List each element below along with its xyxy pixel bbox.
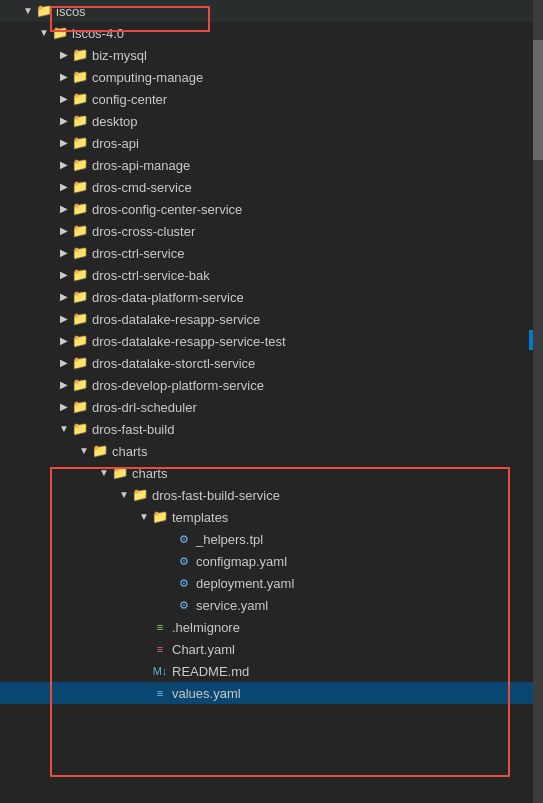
chevron-right-icon[interactable]	[56, 311, 72, 327]
folder-icon: 📁	[72, 311, 88, 327]
folder-icon: 📁	[72, 47, 88, 63]
folder-icon: 📁	[72, 91, 88, 107]
folder-special-icon: 📁	[92, 443, 108, 459]
item-label-configmap.yaml: configmap.yaml	[196, 554, 287, 569]
tree-item-dros-cross-cluster[interactable]: 📁dros-cross-cluster	[0, 220, 543, 242]
chevron-down-icon[interactable]	[136, 509, 152, 525]
item-label-service.yaml: service.yaml	[196, 598, 268, 613]
tree-item-charts-parent[interactable]: 📁charts	[0, 440, 543, 462]
chevron-right-icon[interactable]	[56, 333, 72, 349]
item-label-README.md: README.md	[172, 664, 249, 679]
item-label-templates: templates	[172, 510, 228, 525]
helmignore-icon: ≡	[152, 619, 168, 635]
folder-icon: 📁	[52, 25, 68, 41]
tree-item-dros-api[interactable]: 📁dros-api	[0, 132, 543, 154]
tree-item-README.md[interactable]: M↓README.md	[0, 660, 543, 682]
tree-item-iscos-4.0[interactable]: 📁iscos-4.0	[0, 22, 543, 44]
tree-item-configmap.yaml[interactable]: ⚙configmap.yaml	[0, 550, 543, 572]
chevron-right-icon[interactable]	[56, 179, 72, 195]
chevron-right-icon[interactable]	[56, 91, 72, 107]
chevron-right-icon[interactable]	[56, 113, 72, 129]
tree-item-service.yaml[interactable]: ⚙service.yaml	[0, 594, 543, 616]
item-label-config-center: config-center	[92, 92, 167, 107]
item-label-dros-fast-build: dros-fast-build	[92, 422, 174, 437]
chevron-right-icon[interactable]	[56, 223, 72, 239]
tree-item-computing-manage[interactable]: 📁computing-manage	[0, 66, 543, 88]
folder-icon: 📁	[72, 113, 88, 129]
tree-item-_helpers.tpl[interactable]: ⚙_helpers.tpl	[0, 528, 543, 550]
tree-item-dros-api-manage[interactable]: 📁dros-api-manage	[0, 154, 543, 176]
item-label-iscos: iscos	[56, 4, 86, 19]
tree-item-templates[interactable]: 📁templates	[0, 506, 543, 528]
item-label-charts-child: charts	[132, 466, 167, 481]
chevron-none	[136, 641, 152, 657]
gear-icon: ⚙	[176, 531, 192, 547]
tree-item-desktop[interactable]: 📁desktop	[0, 110, 543, 132]
chevron-right-icon[interactable]	[56, 399, 72, 415]
folder-icon: 📁	[72, 201, 88, 217]
folder-icon: 📁	[72, 377, 88, 393]
chevron-down-icon[interactable]	[56, 421, 72, 437]
chevron-down-icon[interactable]	[36, 25, 52, 41]
tree-item-dros-ctrl-service-bak[interactable]: 📁dros-ctrl-service-bak	[0, 264, 543, 286]
folder-icon: 📁	[72, 135, 88, 151]
tree-item-dros-data-platform-service[interactable]: 📁dros-data-platform-service	[0, 286, 543, 308]
tree-item-dros-datalake-resapp-service-test[interactable]: 📁dros-datalake-resapp-service-test	[0, 330, 543, 352]
chevron-down-icon[interactable]	[76, 443, 92, 459]
tree-item-config-center[interactable]: 📁config-center	[0, 88, 543, 110]
chevron-none	[160, 531, 176, 547]
folder-special-icon: 📁	[132, 487, 148, 503]
chevron-right-icon[interactable]	[56, 377, 72, 393]
tree-item-dros-cmd-service[interactable]: 📁dros-cmd-service	[0, 176, 543, 198]
item-label-dros-config-center-service: dros-config-center-service	[92, 202, 242, 217]
tree-item-Chart.yaml[interactable]: ≡Chart.yaml	[0, 638, 543, 660]
tree-item-values.yaml[interactable]: ≡values.yaml	[0, 682, 543, 704]
chevron-right-icon[interactable]	[56, 47, 72, 63]
tree-item-.helmignore[interactable]: ≡.helmignore	[0, 616, 543, 638]
chevron-right-icon[interactable]	[56, 289, 72, 305]
chevron-right-icon[interactable]	[56, 157, 72, 173]
tree-item-dros-datalake-storctl-service[interactable]: 📁dros-datalake-storctl-service	[0, 352, 543, 374]
item-label-dros-api: dros-api	[92, 136, 139, 151]
gear-icon: ⚙	[176, 575, 192, 591]
tree-item-dros-config-center-service[interactable]: 📁dros-config-center-service	[0, 198, 543, 220]
folder-icon: 📁	[72, 69, 88, 85]
chevron-right-icon[interactable]	[56, 135, 72, 151]
item-label-dros-data-platform-service: dros-data-platform-service	[92, 290, 244, 305]
chartyaml-icon: ≡	[152, 641, 168, 657]
scrollbar-thumb[interactable]	[533, 40, 543, 160]
chevron-right-icon[interactable]	[56, 69, 72, 85]
item-label-charts-parent: charts	[112, 444, 147, 459]
folder-icon: 📁	[72, 421, 88, 437]
item-label-.helmignore: .helmignore	[172, 620, 240, 635]
tree-item-deployment.yaml[interactable]: ⚙deployment.yaml	[0, 572, 543, 594]
chevron-right-icon[interactable]	[56, 355, 72, 371]
item-label-dros-ctrl-service-bak: dros-ctrl-service-bak	[92, 268, 210, 283]
item-label-dros-cmd-service: dros-cmd-service	[92, 180, 192, 195]
chevron-down-icon[interactable]	[20, 3, 36, 19]
chevron-down-icon[interactable]	[116, 487, 132, 503]
item-label-_helpers.tpl: _helpers.tpl	[196, 532, 263, 547]
chevron-down-icon[interactable]	[96, 465, 112, 481]
tree-item-iscos[interactable]: 📁iscos	[0, 0, 543, 22]
chevron-right-icon[interactable]	[56, 201, 72, 217]
scrollbar[interactable]	[533, 0, 543, 803]
tree-item-dros-develop-platform-service[interactable]: 📁dros-develop-platform-service	[0, 374, 543, 396]
tree-item-dros-fast-build[interactable]: 📁dros-fast-build	[0, 418, 543, 440]
tree-item-dros-datalake-resapp-service[interactable]: 📁dros-datalake-resapp-service	[0, 308, 543, 330]
item-label-desktop: desktop	[92, 114, 138, 129]
chevron-none	[136, 663, 152, 679]
item-label-values.yaml: values.yaml	[172, 686, 241, 701]
tree-item-biz-mysql[interactable]: 📁biz-mysql	[0, 44, 543, 66]
tree-item-charts-child[interactable]: 📁charts	[0, 462, 543, 484]
item-label-deployment.yaml: deployment.yaml	[196, 576, 294, 591]
tree-item-dros-ctrl-service[interactable]: 📁dros-ctrl-service	[0, 242, 543, 264]
chevron-right-icon[interactable]	[56, 267, 72, 283]
md-icon: M↓	[152, 663, 168, 679]
tree-item-dros-drl-scheduler[interactable]: 📁dros-drl-scheduler	[0, 396, 543, 418]
tree-item-dros-fast-build-service[interactable]: 📁dros-fast-build-service	[0, 484, 543, 506]
chevron-right-icon[interactable]	[56, 245, 72, 261]
chevron-none	[160, 553, 176, 569]
item-label-dros-develop-platform-service: dros-develop-platform-service	[92, 378, 264, 393]
item-label-dros-api-manage: dros-api-manage	[92, 158, 190, 173]
